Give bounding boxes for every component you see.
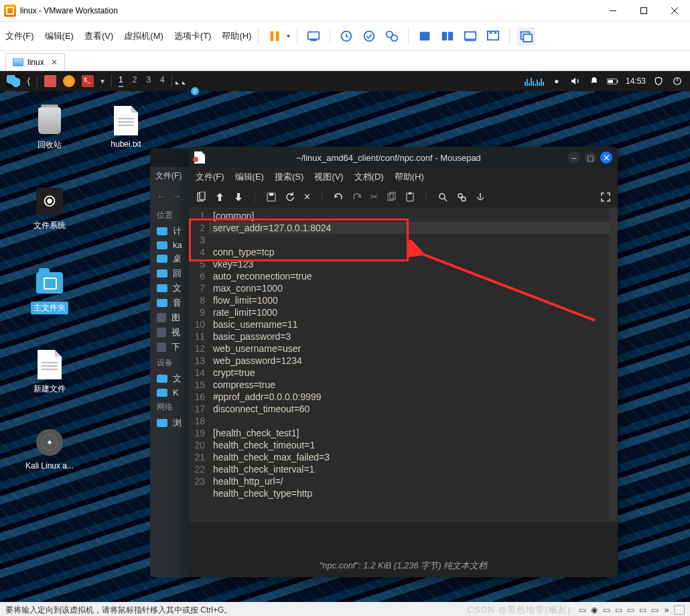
tray-hdd-icon[interactable]: ▭: [577, 605, 587, 615]
mp-menu-help[interactable]: 帮助(H): [395, 171, 424, 183]
editor-area[interactable]: 1234567891011121314151617181920212223 [c…: [189, 208, 618, 521]
snapshot-manager-icon[interactable]: [383, 27, 401, 46]
code-line[interactable]: web_username=user: [213, 343, 301, 354]
redo-icon[interactable]: [352, 192, 362, 202]
caret-icon[interactable]: ▾: [287, 32, 290, 40]
code-line[interactable]: conn_type=tcp: [213, 247, 274, 257]
record-icon[interactable]: ●: [551, 75, 563, 87]
code-line[interactable]: basic_password=3: [213, 331, 291, 342]
tab-close-icon[interactable]: ✕: [51, 58, 58, 67]
minimize-button[interactable]: [598, 0, 628, 21]
panel-chevron-icon[interactable]: ⟨: [27, 76, 30, 86]
workspace-switcher[interactable]: 1 2 3 4: [119, 75, 165, 87]
menu-file[interactable]: 文件(F): [5, 30, 34, 42]
tray-usb-icon[interactable]: ▭: [614, 605, 623, 615]
desktop-newfile[interactable]: 新建文件: [23, 349, 76, 395]
reload-icon[interactable]: [285, 192, 295, 202]
tray-cd-icon[interactable]: ◉: [590, 605, 599, 615]
kali-menu-icon[interactable]: [7, 75, 20, 87]
code-line[interactable]: health_http_url=/: [213, 476, 283, 487]
menu-edit[interactable]: 编辑(E): [45, 30, 74, 42]
view-single-icon[interactable]: [415, 27, 434, 46]
mousepad-titlebar[interactable]: ~/linux_amd64_client/conf/npc.conf - Mou…: [189, 147, 618, 168]
code-line[interactable]: [common]: [213, 210, 254, 221]
code-line[interactable]: crypt=true: [213, 367, 255, 378]
menu-tabs[interactable]: 选项卡(T): [174, 30, 212, 42]
close-button[interactable]: [659, 0, 690, 21]
close-file-icon[interactable]: ✕: [303, 192, 311, 202]
snapshot-icon[interactable]: [337, 27, 356, 46]
tray-sound-icon[interactable]: ▭: [626, 605, 635, 615]
clock[interactable]: 14:53: [626, 76, 646, 86]
view-split-icon[interactable]: [438, 27, 457, 46]
mp-menu-view[interactable]: 视图(V): [314, 171, 343, 183]
code-line[interactable]: max_conn=1000: [213, 283, 283, 294]
desktop-hubei-txt[interactable]: hubei.txt: [99, 105, 153, 149]
fullscreen-toggle-icon[interactable]: [600, 192, 611, 202]
tray-expand-icon[interactable]: [674, 605, 685, 615]
desktop-kali-app[interactable]: Kali Linux a...: [23, 426, 76, 471]
workspace-1[interactable]: 1: [119, 75, 123, 87]
save-icon[interactable]: [233, 192, 244, 202]
pause-icon[interactable]: [265, 27, 284, 46]
volume-icon[interactable]: [569, 75, 581, 87]
vm-tab[interactable]: linux ✕: [5, 53, 65, 70]
fullscreen-icon[interactable]: [484, 27, 502, 46]
undo-icon[interactable]: [333, 192, 344, 202]
unity-icon[interactable]: [516, 27, 535, 46]
code-line[interactable]: server_addr=127.0.0.1:8024: [209, 222, 610, 234]
mp-menu-file[interactable]: 文件(F): [196, 171, 224, 183]
code-line[interactable]: health_check_interval=1: [213, 464, 314, 475]
fm-menu-file[interactable]: 文件(F): [155, 170, 182, 182]
cut-icon[interactable]: ✂: [370, 192, 378, 202]
desktop-trash[interactable]: 回收站: [23, 105, 76, 151]
goto-icon[interactable]: [475, 192, 486, 202]
code-line[interactable]: flow_limit=1000: [213, 295, 278, 306]
code-line[interactable]: health_check_timeout=1: [213, 440, 315, 450]
copy-icon[interactable]: [386, 192, 397, 202]
saveas-icon[interactable]: [266, 192, 277, 202]
maximize-button[interactable]: [628, 0, 659, 21]
view-console-icon[interactable]: [461, 27, 480, 46]
firefox-icon[interactable]: [63, 75, 75, 87]
panel-caret-icon[interactable]: ▾: [100, 76, 105, 86]
code-line[interactable]: health_check_max_failed=3: [213, 452, 330, 463]
scrollbar[interactable]: [610, 208, 618, 521]
code-line[interactable]: basic_username=11: [213, 319, 297, 330]
file-manager-icon[interactable]: [44, 75, 56, 87]
mp-menu-edit[interactable]: 编辑(E): [235, 171, 264, 183]
shield-icon[interactable]: [652, 75, 665, 87]
code-line[interactable]: [health_check_test1]: [213, 428, 299, 438]
open-icon[interactable]: [214, 192, 225, 202]
menu-help[interactable]: 帮助(H): [222, 30, 251, 42]
fm-fwd-icon[interactable]: →: [172, 191, 181, 201]
mp-close-button[interactable]: ✕: [600, 151, 612, 164]
desktop-filesystem[interactable]: 文件系统: [23, 185, 76, 231]
snapshot-revert-icon[interactable]: [360, 27, 378, 46]
code-line[interactable]: [213, 416, 216, 426]
new-icon[interactable]: [196, 192, 206, 202]
tray-display-icon[interactable]: ▭: [650, 605, 659, 615]
notification-icon[interactable]: [588, 75, 600, 87]
menu-vm[interactable]: 虚拟机(M): [124, 30, 163, 42]
code-line[interactable]: vkey=123: [213, 259, 253, 269]
desktop-home[interactable]: 主文件夹: [23, 267, 76, 314]
mp-maximize-button[interactable]: ◻: [584, 151, 596, 164]
tray-printer-icon[interactable]: ▭: [638, 605, 647, 615]
code-line[interactable]: rate_limit=1000: [213, 307, 277, 318]
mp-menu-doc[interactable]: 文档(D): [354, 171, 384, 183]
power-icon[interactable]: [671, 75, 683, 87]
fm-back-icon[interactable]: ←: [157, 191, 165, 201]
replace-icon[interactable]: [456, 192, 467, 202]
tray-more-icon[interactable]: »: [662, 605, 671, 615]
battery-icon[interactable]: [607, 75, 619, 87]
terminal-icon[interactable]: $_: [82, 75, 94, 87]
code-line[interactable]: #pprof_addr=0.0.0.0:9999: [213, 391, 322, 402]
workspace-2[interactable]: 2: [133, 75, 137, 87]
workspace-3[interactable]: 3: [146, 75, 151, 87]
mp-minimize-button[interactable]: –: [568, 151, 580, 164]
code-line[interactable]: compress=true: [213, 379, 275, 390]
mp-menu-search[interactable]: 搜索(S): [275, 171, 303, 183]
menu-view[interactable]: 查看(V): [84, 30, 113, 42]
code-line[interactable]: disconnect_timeout=60: [213, 404, 309, 414]
